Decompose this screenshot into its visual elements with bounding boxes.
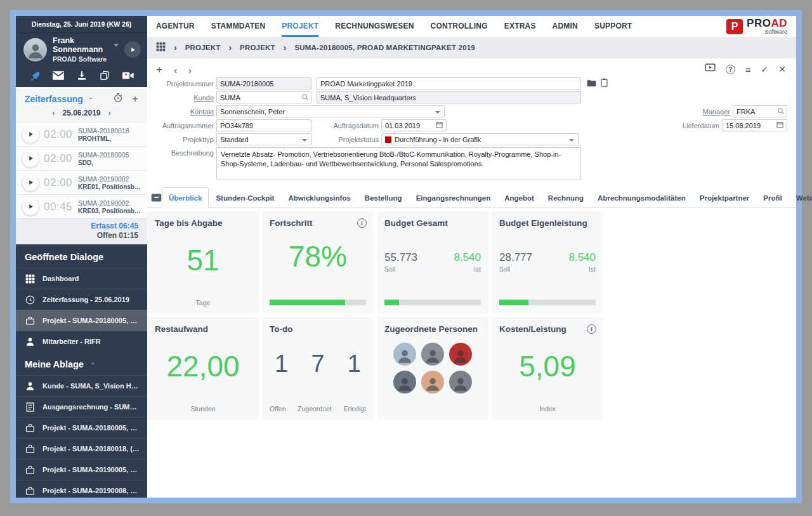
ablage-item-projekt-3[interactable]: Projekt - SUMA-20190005, Media Ka... [16, 459, 147, 480]
tage-unit: Tage [147, 299, 259, 307]
menu-lines-icon[interactable]: ≡ [745, 64, 751, 75]
help-icon[interactable]: ? [726, 65, 735, 74]
chevron-right-icon: › [174, 43, 177, 53]
auftragsnummer-field[interactable]: PO34k789 [216, 119, 311, 131]
next-day-arrow[interactable]: › [108, 108, 111, 117]
tab-stunden-cockpit[interactable]: Stunden-Cockpit [209, 187, 281, 208]
beschreibung-textarea[interactable]: Vernetzte Absatz- Promotion, Vertriebsor… [216, 147, 581, 180]
mail-icon[interactable] [52, 70, 65, 81]
ablage-item-projekt-4[interactable]: Projekt - SUMA-20190008, Workflow... [16, 480, 147, 498]
menu-agentur[interactable]: AGENTUR [156, 16, 195, 37]
breadcrumb: › PROJEKT › PROJEKT › SUMA-20180005, PRO… [147, 37, 796, 58]
ablage-item-projekt-2[interactable]: Projekt - SUMA-20180018, (Variante... [16, 438, 147, 459]
confirm-check-icon[interactable]: ✓ [761, 64, 769, 74]
projektnummer-label: Projektnummer [156, 80, 216, 88]
search-icon[interactable] [777, 107, 785, 116]
menubar: AGENTUR STAMMDATEN PROJEKT RECHNUNGSWESE… [147, 16, 796, 37]
menu-extras[interactable]: EXTRAS [504, 16, 536, 37]
tab-ueberblick[interactable]: Überblick [162, 187, 209, 208]
card-restaufwand: Restaufwand 22,00 Stunden [147, 317, 259, 420]
tab-angebot[interactable]: Angebot [497, 187, 541, 208]
kontakt-select[interactable]: Sonnenschein, Peter [216, 105, 445, 117]
ablage-item-projekt-1[interactable]: Projekt - SUMA-20180005, PROAD M... [16, 417, 147, 438]
card-budget-eigenleistung: Budget Eigenleistung 28.777 Soll 8.540 I… [492, 211, 603, 314]
card-title: Restaufwand [155, 324, 251, 334]
tab-rechnung[interactable]: Rechnung [541, 187, 591, 208]
projektstatus-select[interactable]: Durchführung - in der Grafik [381, 133, 579, 145]
close-icon[interactable]: ✕ [778, 64, 786, 74]
entry-code: SUMA-20190002 [78, 199, 142, 207]
folder-icon[interactable] [587, 78, 596, 89]
breadcrumb-current[interactable]: SUMA-20180005, PROAD MARKETINGPAKET 2019 [294, 44, 475, 51]
projekttyp-select[interactable]: Standard [216, 133, 311, 145]
previous-day-arrow[interactable]: ‹ [52, 108, 55, 117]
manager-field[interactable]: FRKA [733, 105, 787, 117]
sidebar-item-mitarbeiter[interactable]: Mitarbeiter - RIFR [16, 331, 147, 352]
sidebar-item-zeiterfassung[interactable]: Zeiterfassung - 25.06.2019 [16, 289, 147, 310]
entry-time: 02:00 [44, 152, 73, 165]
sidebar-item-dashboard[interactable]: Dashboard [16, 268, 147, 289]
timer-play-button[interactable] [124, 41, 141, 58]
card-todo: To-do 1 7 1 Offen Zugeordnet Erledigt [262, 317, 374, 420]
tab-abrechnungsmodalitaeten[interactable]: Abrechnungsmodalitäten [591, 187, 693, 208]
archive-icon[interactable] [151, 187, 162, 208]
manager-label[interactable]: Manager [703, 108, 733, 116]
lieferdatum-field[interactable]: 15.08.2019 [722, 119, 787, 131]
add-time-entry-icon[interactable]: + [132, 93, 138, 105]
card-fortschritt: Fortschritt i 78% [262, 211, 374, 314]
info-icon[interactable]: i [587, 324, 596, 334]
entry-play-button[interactable] [22, 175, 39, 191]
menu-projekt[interactable]: PROJEKT [282, 16, 318, 37]
tab-eingangsrechnungen[interactable]: Eingangsrechnungen [409, 187, 498, 208]
tab-webkonferenz[interactable]: Webkonferenz [789, 187, 812, 208]
tab-profil[interactable]: Profil [756, 187, 789, 208]
kunde-name-field[interactable]: SUMA, S_Vision Headquarters [317, 91, 581, 103]
tab-projektpartner[interactable]: Projektpartner [693, 187, 757, 208]
menu-controlling[interactable]: CONTROLLING [431, 16, 488, 37]
entry-desc: PROHTML, [78, 135, 142, 142]
video-camera-icon[interactable] [122, 70, 134, 81]
search-icon[interactable] [301, 93, 309, 102]
info-icon[interactable]: i [357, 218, 367, 228]
user-menu-caret-icon[interactable] [114, 44, 119, 47]
calendar-icon[interactable] [436, 121, 443, 129]
menu-rechnungswesen[interactable]: RECHNUNGSWESEN [335, 16, 414, 37]
soll-value: 55.773 Soll [384, 251, 417, 273]
tab-bestellung[interactable]: Bestellung [358, 187, 409, 208]
stopwatch-icon[interactable] [113, 93, 123, 105]
calendar-icon[interactable] [776, 121, 783, 129]
entry-play-button[interactable] [22, 150, 39, 167]
breadcrumb-home-grid-icon[interactable] [156, 42, 166, 54]
menu-admin[interactable]: ADMIN [553, 16, 578, 37]
ablage-item-ausgangsrechnung[interactable]: Ausgangsrechnung - SUMA, SUMA-2... [16, 396, 147, 417]
download-icon[interactable] [75, 70, 88, 81]
card-tage-bis-abgabe: Tage bis Abgabe 51 Tage [147, 211, 259, 314]
entry-play-button[interactable] [22, 126, 39, 143]
rocket-icon[interactable] [29, 70, 41, 81]
user-avatar [23, 38, 47, 62]
ablage-item-kunde[interactable]: Kunde - SUMA, S_Vision Headquarters [16, 375, 147, 396]
entry-play-button[interactable] [22, 199, 39, 215]
briefcase-icon [25, 486, 35, 496]
kunde-field[interactable]: SUMA [216, 91, 311, 103]
projektnummer-field[interactable]: SUMA-20180005 [216, 77, 311, 89]
sidebar-item-projekt-selected[interactable]: Projekt - SUMA-20180005, PROAD M... [16, 310, 147, 331]
breadcrumb-projekt-2[interactable]: PROJEKT [240, 44, 275, 51]
next-record-arrow[interactable]: › [188, 65, 192, 76]
kontakt-label[interactable]: Kontakt [156, 108, 216, 116]
collapse-chevron-icon[interactable]: ⌃ [90, 362, 95, 369]
clipboard-icon[interactable] [601, 78, 608, 89]
projektname-field[interactable]: PROAD Marketingpaket 2019 [317, 77, 581, 89]
collapse-chevron-icon[interactable]: ⌃ [88, 96, 93, 103]
add-record-icon[interactable]: + [156, 63, 162, 76]
menu-support[interactable]: SUPPORT [594, 16, 632, 37]
copy-icon[interactable] [98, 70, 111, 81]
date-header: Dienstag, 25. Juni 2019 (KW 26) [16, 16, 147, 33]
previous-record-arrow[interactable]: ‹ [174, 65, 177, 76]
breadcrumb-projekt-1[interactable]: PROJEKT [185, 44, 221, 51]
tab-abwicklungsinfos[interactable]: Abwicklungsinfos [281, 187, 357, 208]
kunde-label[interactable]: Kunde [156, 94, 216, 102]
menu-stammdaten[interactable]: STAMMDATEN [211, 16, 266, 37]
presentation-icon[interactable] [705, 63, 716, 75]
auftragsdatum-field[interactable]: 01.03.2019 [381, 119, 447, 131]
